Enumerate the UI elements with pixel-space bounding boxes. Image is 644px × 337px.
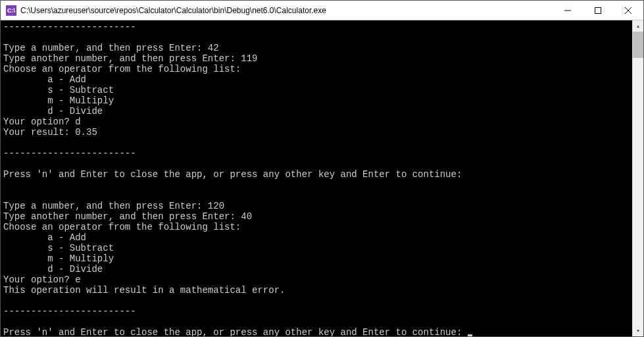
maximize-button[interactable] [583,1,613,20]
option-subtract: s - Subtract [3,243,114,253]
option-value: e [75,274,80,285]
input-num1: 120 [208,201,224,211]
prompt-num1: Type a number, and then press Enter: [3,43,208,53]
input-num2: 119 [241,53,257,64]
option-value: d [75,117,80,127]
titlebar: C:\ C:\Users\azureuser\source\repos\Calc… [1,1,643,20]
cursor [468,334,472,336]
error-message: This operation will result in a mathemat… [3,285,285,296]
scrollbar-up-arrow-icon[interactable]: ▴ [633,20,643,32]
continue-prompt: Press 'n' and Enter to close the app, or… [3,169,468,180]
window-title: C:\Users\azureuser\source\repos\Calculat… [20,6,553,15]
result-value: 0.35 [75,127,97,138]
option-multiply: m - Multiply [3,95,114,106]
separator: ------------------------ [3,148,136,159]
window-controls [553,1,643,20]
prompt-num2: Type another number, and then press Ente… [3,211,241,222]
console-output[interactable]: ------------------------ Type a number, … [1,20,632,336]
option-add: a - Add [3,74,86,85]
app-icon: C:\ [6,5,16,16]
input-num2: 40 [241,211,252,222]
option-add: a - Add [3,232,86,243]
prompt-num2: Type another number, and then press Ente… [3,53,241,64]
separator: ------------------------ [3,306,136,317]
choose-operator-text: Choose an operator from the following li… [3,222,241,232]
choose-operator-text: Choose an operator from the following li… [3,64,241,74]
option-subtract: s - Subtract [3,85,114,95]
scrollbar-thumb[interactable] [633,32,643,58]
input-num1: 42 [208,43,219,53]
option-prompt: Your option? [3,274,75,285]
vertical-scrollbar[interactable]: ▴ ▾ [632,20,643,336]
svg-rect-1 [595,7,601,13]
close-button[interactable] [613,1,643,20]
option-prompt: Your option? [3,117,75,127]
option-divide: d - Divide [3,264,103,274]
console-wrapper: ------------------------ Type a number, … [1,20,643,336]
minimize-button[interactable] [553,1,583,20]
option-divide: d - Divide [3,106,103,117]
continue-prompt: Press 'n' and Enter to close the app, or… [3,327,468,336]
separator: ------------------------ [3,22,136,32]
scrollbar-down-arrow-icon[interactable]: ▾ [633,325,643,336]
result-label: Your result: [3,127,75,138]
option-multiply: m - Multiply [3,253,114,264]
prompt-num1: Type a number, and then press Enter: [3,201,208,211]
